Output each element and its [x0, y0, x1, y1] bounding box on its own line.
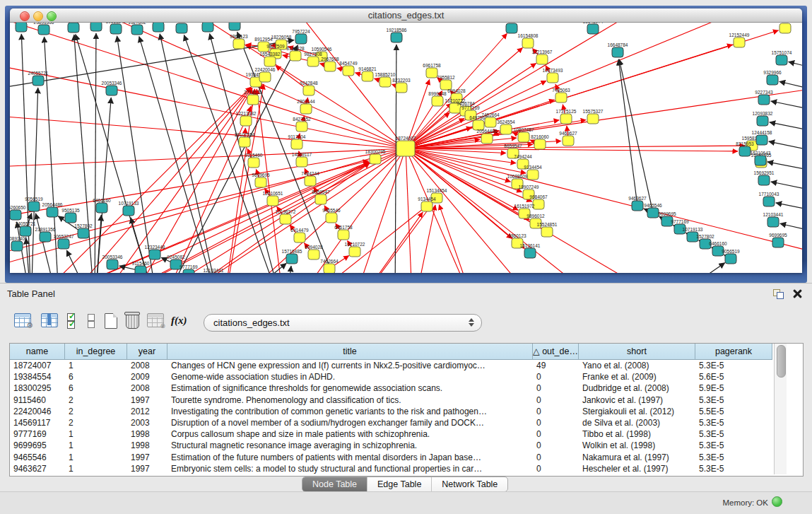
graph-node[interactable]: 9777169: [180, 264, 198, 274]
graph-edge[interactable]: [117, 36, 158, 273]
graph-node[interactable]: 12323448: [145, 245, 165, 260]
graph-node[interactable]: 12213967: [532, 49, 553, 65]
graph-node[interactable]: 20053346: [102, 255, 123, 270]
graph-edge[interactable]: [286, 266, 291, 273]
graph-node[interactable]: 15751074: [772, 50, 792, 66]
column-header-short[interactable]: short: [579, 344, 695, 360]
graph-node[interactable]: 6466160: [149, 23, 167, 32]
graph-node[interactable]: 9463627: [559, 131, 577, 146]
graph-node[interactable]: 6994028: [305, 245, 323, 260]
table-row[interactable]: 1872400712008Changes of HCN gene express…: [10, 360, 772, 371]
graph-node[interactable]: 9699695: [252, 173, 270, 188]
close-panel-icon[interactable]: [793, 289, 802, 298]
float-panel-icon[interactable]: [773, 289, 784, 299]
graph-node[interactable]: 16154808: [518, 33, 539, 49]
graph-edge[interactable]: [10, 115, 406, 148]
graph-node[interactable]: 10973493: [543, 68, 563, 83]
column-header-year[interactable]: year: [127, 344, 167, 360]
graph-edge[interactable]: [770, 122, 802, 134]
graph-node[interactable]: 16210722: [345, 242, 365, 257]
graph-node[interactable]: 15575327: [583, 109, 604, 124]
rows-icon[interactable]: [88, 314, 94, 328]
tab-edge-table[interactable]: Edge Table: [367, 477, 432, 491]
graph-node[interactable]: 26878812: [502, 23, 522, 33]
graph-node[interactable]: 17375125: [556, 109, 577, 124]
graph-edge[interactable]: [406, 148, 802, 256]
graph-node[interactable]: 12610651: [263, 191, 283, 206]
graph-edge[interactable]: [406, 23, 745, 148]
table-selector-dropdown[interactable]: citations_edges.txt: [204, 314, 482, 332]
graph-node[interactable]: 7957224: [292, 29, 310, 45]
graph-node[interactable]: 20891406: [10, 236, 28, 252]
graph-node[interactable]: 12093832: [753, 111, 773, 127]
graph-node[interactable]: 10719133: [119, 201, 139, 216]
graph-edge[interactable]: [10, 148, 406, 168]
graph-node[interactable]: 10196372: [276, 209, 296, 225]
graph-edge[interactable]: [789, 62, 802, 72]
graph-edge[interactable]: [160, 34, 222, 273]
graph-node[interactable]: 2967608: [321, 57, 339, 72]
graph-node[interactable]: 12103441: [763, 212, 784, 228]
graph-node[interactable]: 18724007: [396, 136, 416, 157]
graph-edge[interactable]: [95, 215, 101, 273]
graph-edge[interactable]: [406, 148, 522, 192]
graph-node[interactable]: 25260650: [10, 205, 26, 221]
table-row[interactable]: 946362711997Embryonic stem cells: a mode…: [10, 463, 772, 474]
column-header-title[interactable]: title: [167, 344, 533, 360]
graph-node[interactable]: 9115460: [132, 261, 150, 274]
graph-edge[interactable]: [406, 148, 413, 273]
graph-node[interactable]: 9242848: [300, 81, 318, 96]
graph-node[interactable]: 25260650: [225, 23, 245, 30]
column-header-out_de[interactable]: △ out_de…: [533, 344, 579, 360]
graph-edge[interactable]: [771, 101, 802, 113]
graph-edge[interactable]: [769, 141, 802, 154]
graph-node[interactable]: 20891406: [64, 23, 84, 33]
graph-edge[interactable]: [618, 59, 637, 206]
graph-node[interactable]: 8427552: [293, 117, 311, 132]
network-canvas[interactable]: 1872400718300295986012389129541822605898…: [10, 23, 802, 273]
graph-node[interactable]: 9699695: [769, 233, 787, 248]
graph-node[interactable]: 10653247: [106, 23, 126, 34]
delete-table-icon[interactable]: [126, 312, 139, 329]
column-header-name[interactable]: name: [10, 344, 65, 360]
graph-node[interactable]: 6914479: [290, 228, 309, 243]
graph-node[interactable]: 8232203: [392, 78, 411, 93]
graph-node[interactable]: 9056519: [722, 249, 740, 264]
graph-node[interactable]: 9115460: [245, 153, 263, 168]
graph-edge[interactable]: [406, 148, 510, 182]
graph-node[interactable]: 15136141: [520, 243, 541, 259]
function-builder-icon[interactable]: f(x): [171, 315, 187, 327]
graph-node[interactable]: 16648784: [608, 42, 628, 58]
tab-node-table[interactable]: Node Table: [302, 477, 367, 491]
column-header-in_degree[interactable]: in_degree: [65, 344, 127, 360]
graph-node[interactable]: 23891356: [35, 227, 56, 243]
graph-node[interactable]: 10653247: [54, 234, 74, 250]
graph-node[interactable]: 7485063: [552, 88, 570, 103]
select-rows-icon[interactable]: ✓✓: [67, 313, 77, 329]
graph-node[interactable]: 9860123: [230, 34, 248, 49]
new-document-icon[interactable]: [105, 313, 117, 329]
graph-node[interactable]: 16210643: [751, 151, 771, 166]
table-scrollbar[interactable]: [774, 344, 787, 474]
graph-node[interactable]: 15716485: [282, 249, 302, 264]
table-row[interactable]: 969969511998Structural magnetic resonanc…: [10, 440, 772, 451]
graph-node[interactable]: 2803144: [297, 99, 315, 115]
table-row[interactable]: 911546021997Tourette syndrome. Phenomeno…: [10, 395, 772, 406]
graph-node[interactable]: 17710043: [759, 192, 779, 207]
graph-node[interactable]: 11054808: [775, 23, 796, 33]
graph-node[interactable]: 9134454: [418, 197, 436, 212]
column-header-pagerank[interactable]: pagerank: [695, 344, 772, 360]
graph-edge[interactable]: [619, 59, 653, 213]
import-table-icon[interactable]: ⊗: [147, 313, 164, 327]
graph-node[interactable]: 15524851: [537, 222, 558, 238]
table-row[interactable]: 1938455462009Genome-wide association stu…: [10, 371, 772, 382]
graph-node[interactable]: 12213382: [236, 111, 257, 127]
graph-node[interactable]: 20053346: [102, 81, 122, 96]
graph-node[interactable]: 10719133: [172, 23, 192, 33]
table-row[interactable]: 946554611997Estimation of the future num…: [10, 452, 772, 463]
graph-node[interactable]: 24055721: [16, 221, 36, 237]
table-scrollbar-thumb[interactable]: [777, 345, 786, 378]
graph-edge[interactable]: [349, 204, 433, 273]
network-canvas-svg[interactable]: 1872400718300295986012389129541822605898…: [10, 23, 802, 273]
table-row[interactable]: 1456911722003Disruption of a novel membe…: [10, 417, 772, 428]
